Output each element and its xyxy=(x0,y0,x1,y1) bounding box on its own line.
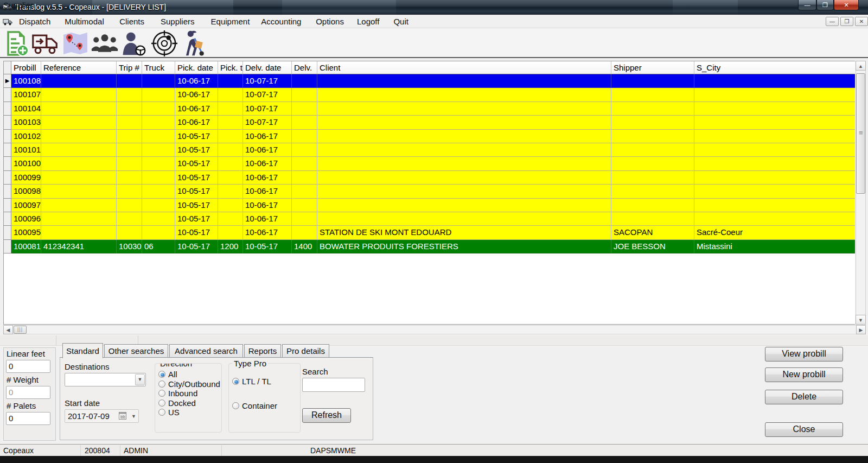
tab-advanced-search[interactable]: Advanced search xyxy=(169,344,243,358)
table-row[interactable]: 10010710-06-1710-07-17 xyxy=(4,88,855,102)
tab-reports[interactable]: Reports xyxy=(244,344,281,358)
column-header-reference[interactable]: Reference xyxy=(41,61,117,74)
horizontal-scrollbar[interactable] xyxy=(3,325,866,334)
horizontal-scrollbar-thumb[interactable]: ||| xyxy=(14,326,27,334)
radio-button-icon[interactable] xyxy=(158,380,165,388)
column-header-pick_date[interactable]: Pick. date xyxy=(175,61,218,74)
scroll-down-arrow[interactable]: ▼ xyxy=(856,315,866,325)
column-header-shipper[interactable]: Shipper xyxy=(611,61,694,74)
table-row[interactable]: 10009910-05-1710-06-17 xyxy=(4,171,855,185)
current-row-marker[interactable]: ▶ xyxy=(4,74,11,88)
scroll-up-arrow[interactable]: ▲ xyxy=(856,61,866,71)
row-selector[interactable] xyxy=(4,226,11,239)
row-selector[interactable] xyxy=(4,199,11,212)
column-header-delv_date[interactable]: Delv. date xyxy=(243,61,292,74)
driver-icon[interactable] xyxy=(119,30,146,57)
search-input[interactable] xyxy=(302,378,365,392)
radio-button-icon[interactable] xyxy=(232,378,239,385)
row-selector[interactable] xyxy=(4,157,11,170)
new-probill-icon[interactable] xyxy=(3,30,30,57)
table-row[interactable]: 10009610-05-1710-06-17 xyxy=(4,212,855,226)
view-probill-button[interactable]: View probill xyxy=(765,347,843,361)
table-row[interactable]: 10010410-06-1710-07-17 xyxy=(4,102,855,116)
table-row[interactable]: 100081412342341100300610-05-17120010-05-… xyxy=(4,240,855,253)
radio-button-icon[interactable] xyxy=(158,409,165,416)
column-header-s_city[interactable]: S_City xyxy=(694,61,855,74)
table-row[interactable]: 10010210-05-1710-06-17 xyxy=(4,130,855,143)
radio-button-icon[interactable] xyxy=(158,390,165,397)
radio-button-icon[interactable] xyxy=(158,399,165,407)
row-selector[interactable] xyxy=(4,143,11,157)
radio-button-icon[interactable] xyxy=(158,371,165,378)
table-row[interactable]: ▶10010810-06-1710-07-17 xyxy=(4,74,855,88)
column-header-client[interactable]: Client xyxy=(317,61,611,74)
column-header-trip[interactable]: Trip # xyxy=(117,61,142,74)
table-row[interactable]: 10010010-05-1710-06-17 xyxy=(4,157,855,170)
tab-other-searches[interactable]: Other searches xyxy=(104,344,168,358)
menu-item-dispatch[interactable]: Dispatch xyxy=(14,15,55,28)
row-selector[interactable] xyxy=(4,102,11,116)
row-selector[interactable] xyxy=(4,171,11,185)
table-row[interactable]: 10010110-05-1710-06-17 xyxy=(4,143,855,157)
chevron-down-icon[interactable]: ▼ xyxy=(131,414,136,419)
column-header-pick_time[interactable]: Pick. t xyxy=(218,61,243,74)
table-row[interactable]: 10009710-05-1710-06-17 xyxy=(4,199,855,212)
weight-field[interactable]: 0 xyxy=(6,386,50,399)
radio-us[interactable]: US xyxy=(158,408,180,417)
row-selector[interactable] xyxy=(4,88,11,102)
window-minimize-button[interactable]: — xyxy=(798,0,816,10)
menu-item-quit[interactable]: Quit xyxy=(388,15,413,28)
column-header-delv_time[interactable]: Delv. xyxy=(292,61,317,74)
vertical-scrollbar-thumb[interactable] xyxy=(856,73,865,194)
scroll-right-arrow[interactable]: ▶ xyxy=(856,325,866,334)
menu-item-equipment[interactable]: Equipment xyxy=(206,15,255,28)
table-row[interactable]: 10009810-05-1710-06-17 xyxy=(4,185,855,198)
radio-container[interactable]: Container xyxy=(232,401,277,410)
row-selector[interactable] xyxy=(4,130,11,143)
close-button[interactable]: Close xyxy=(765,422,843,437)
radio-all[interactable]: All xyxy=(158,370,177,379)
column-header-probill[interactable]: Probill xyxy=(11,61,41,74)
chevron-down-icon[interactable] xyxy=(135,374,145,385)
column-header-truck[interactable]: Truck xyxy=(142,61,175,74)
menu-item-options[interactable]: Options xyxy=(311,15,349,28)
delete-button[interactable]: Delete xyxy=(765,390,843,404)
handtruck-worker-icon[interactable] xyxy=(179,30,206,57)
row-selector[interactable] xyxy=(4,212,11,226)
table-row[interactable]: 10010310-06-1710-07-17 xyxy=(4,116,855,129)
tracking-target-icon[interactable] xyxy=(151,30,178,57)
radio-button-icon[interactable] xyxy=(232,402,239,409)
tab-standard[interactable]: Standard xyxy=(62,343,103,358)
row-selector[interactable] xyxy=(4,240,11,253)
destinations-select[interactable] xyxy=(65,373,146,386)
radio-inbound[interactable]: Inbound xyxy=(158,389,197,398)
refresh-button[interactable]: Refresh xyxy=(302,408,351,423)
window-restore-button[interactable]: ❐ xyxy=(816,0,834,10)
menu-item-accounting[interactable]: Accounting xyxy=(256,15,306,28)
table-row[interactable]: 10009510-05-1710-06-17STATION DE SKI MON… xyxy=(4,226,855,239)
child-restore-button[interactable]: ❐ xyxy=(840,17,853,26)
start-date-field[interactable]: 2017-07-09 ▼ xyxy=(65,409,139,423)
scroll-left-arrow[interactable]: ◀ xyxy=(3,325,13,334)
menu-item-logoff[interactable]: Logoff xyxy=(352,15,384,28)
clients-group-icon[interactable] xyxy=(91,30,118,57)
cell-reference xyxy=(41,130,117,143)
linear-feet-field[interactable]: 0 xyxy=(6,360,50,373)
new-probill-button[interactable]: New probill xyxy=(765,367,843,382)
map-route-icon[interactable] xyxy=(62,30,89,57)
row-selector[interactable] xyxy=(4,116,11,129)
radio-city-outbound[interactable]: City/Outbound xyxy=(158,379,220,389)
menu-item-suppliers[interactable]: Suppliers xyxy=(156,15,200,28)
palets-field[interactable]: 0 xyxy=(6,412,50,425)
child-minimize-button[interactable]: — xyxy=(826,17,839,26)
calendar-icon[interactable] xyxy=(119,412,126,420)
window-close-button[interactable]: ✕ xyxy=(834,0,859,10)
radio-docked[interactable]: Docked xyxy=(158,398,196,408)
tab-pro-details[interactable]: Pro details xyxy=(282,344,329,358)
menu-item-clients[interactable]: Clients xyxy=(114,15,149,28)
menu-item-multimodal[interactable]: Multimodal xyxy=(60,15,109,28)
truck-dispatch-icon[interactable] xyxy=(31,30,59,57)
child-close-button[interactable]: ✕ xyxy=(855,17,868,26)
radio-ltl-tl[interactable]: LTL / TL xyxy=(232,377,271,386)
row-selector[interactable] xyxy=(4,185,11,198)
